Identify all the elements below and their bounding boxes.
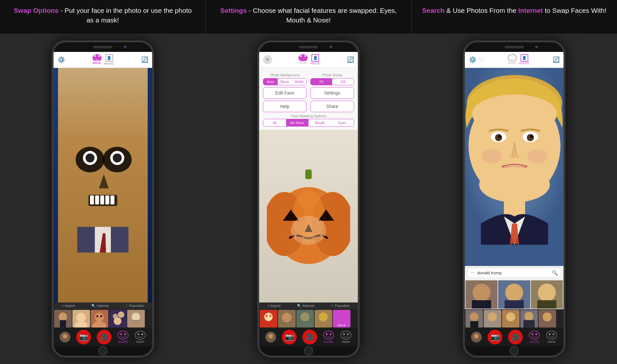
internet2-btn[interactable]: 🔍 Internet — [297, 304, 314, 308]
thumb-face-4[interactable] — [109, 310, 127, 327]
internet-btn[interactable]: 🔍 Internet — [91, 304, 109, 308]
phone3-main-image — [465, 68, 564, 266]
search-submit-icon[interactable]: 🔍 — [552, 270, 558, 276]
thumb3-3[interactable] — [502, 310, 520, 327]
video3-button[interactable]: 🎥 — [508, 330, 523, 344]
phone3-tabs: MASK 👤 PHOTO — [508, 54, 530, 65]
favorites-btn[interactable]: ♡ Favorites — [125, 304, 144, 308]
swap3-tab[interactable]: SWAP — [546, 330, 557, 343]
settings-gear-icon[interactable]: ⚙️ — [57, 56, 65, 63]
mouth-opt[interactable]: Mouth — [308, 119, 331, 126]
tab3-photo[interactable]: 👤 PHOTO — [519, 54, 530, 65]
faces-tab[interactable]: FACES — [117, 330, 129, 343]
thumb3-1[interactable] — [465, 310, 483, 327]
thumb2-4[interactable] — [315, 310, 332, 327]
thumb2-3[interactable] — [296, 310, 314, 327]
camera-rotate2-icon[interactable]: 🔄 — [347, 56, 354, 63]
tab-mask[interactable]: MASK — [93, 54, 102, 65]
all-opt[interactable]: All — [263, 119, 286, 126]
settings-btn[interactable]: Settings — [310, 87, 354, 99]
import2-btn[interactable]: + Import — [267, 304, 281, 308]
thumb2-1[interactable] — [260, 310, 277, 327]
fit-btn[interactable]: Fit — [311, 79, 332, 85]
back-arrow-icon[interactable]: ← — [470, 270, 475, 276]
camera2-button[interactable]: 📷 — [282, 330, 297, 344]
auto-btn[interactable]: Auto — [263, 79, 278, 85]
svg-point-66 — [268, 334, 273, 338]
phone1-tabs: MASK 👤 PHOTO — [93, 54, 114, 65]
svg-point-20 — [76, 313, 86, 322]
search-bar[interactable]: ← donald trump 🔍 — [467, 268, 561, 278]
phone3-thumbs — [465, 309, 564, 328]
black-btn[interactable]: Black — [278, 79, 292, 85]
result-2[interactable] — [498, 280, 530, 309]
thumb-face-1[interactable] — [54, 310, 72, 327]
camera-button[interactable]: 📷 — [76, 330, 91, 344]
thumb2-2[interactable] — [278, 310, 296, 327]
eyes-opt[interactable]: Eyes — [331, 119, 354, 126]
close-button[interactable]: ✕ — [263, 55, 272, 64]
result-3[interactable] — [531, 280, 563, 309]
camera-rotate3-icon[interactable]: 🔄 — [553, 56, 560, 63]
camera3-button[interactable]: 📷 — [488, 330, 502, 344]
section1-heading: Swap Options - Put your face in the phot… — [0, 0, 206, 34]
thumb-face-3[interactable] — [91, 310, 108, 327]
phone1-bottombar — [53, 346, 152, 356]
swap-tab[interactable]: SWAP — [135, 330, 146, 343]
tab2-mask[interactable]: MASK — [299, 54, 308, 65]
heart-icon[interactable]: ♡ — [479, 56, 484, 63]
svg-rect-9 — [95, 195, 99, 204]
photo-sizing-label: Photo Sizing — [310, 73, 354, 77]
faces2-tab[interactable]: FACES — [323, 330, 334, 343]
swap2-tab[interactable]: SWAP — [340, 330, 352, 343]
svg-point-119 — [553, 333, 555, 335]
thumb-face-2[interactable] — [72, 310, 90, 327]
svg-point-25 — [100, 315, 102, 317]
svg-point-35 — [63, 334, 67, 338]
settings3-gear-icon[interactable]: ⚙️ — [469, 56, 477, 63]
faces3-tab[interactable]: FACES — [529, 330, 540, 343]
no-nose-opt[interactable]: No Nose — [286, 119, 309, 126]
thumb3-2[interactable] — [484, 310, 501, 327]
import-btn[interactable]: + Import — [62, 304, 75, 308]
svg-point-67 — [324, 331, 334, 339]
trump-face-svg — [465, 68, 564, 266]
phone1-main-image — [53, 68, 152, 302]
video2-button[interactable]: 🎥 — [302, 330, 317, 344]
swap3-label: SWAP — [547, 340, 556, 343]
white-btn[interactable]: White — [292, 79, 306, 85]
masking-label: Face Masking Options — [263, 114, 354, 118]
tab3-mask[interactable]: MASK — [508, 54, 517, 65]
tab2-photo-label: PHOTO — [310, 62, 320, 65]
tab2-photo[interactable]: 👤 PHOTO — [310, 54, 320, 65]
section2-title: Settings — [220, 7, 247, 14]
phone1-home[interactable] — [98, 346, 107, 355]
section3-internet: Internet — [518, 7, 543, 14]
photo-bg-label: Photo Background — [263, 73, 307, 77]
tab-photo[interactable]: 👤 PHOTO — [104, 54, 114, 65]
video2-icon: 🎥 — [306, 333, 314, 341]
favorites2-btn[interactable]: ♡ Favorites — [331, 304, 350, 308]
faces3-label: FACES — [530, 340, 539, 343]
thumb3-5[interactable] — [539, 310, 556, 327]
thumb3-4[interactable] — [520, 310, 538, 327]
phone3-home[interactable] — [510, 346, 519, 355]
phone2-home[interactable] — [304, 346, 313, 355]
svg-point-95 — [505, 284, 523, 302]
share-btn[interactable]: Share — [310, 101, 354, 112]
edit-face-btn[interactable]: Edit Face — [263, 87, 307, 99]
thumb-face-5[interactable] — [127, 310, 145, 327]
fill-btn[interactable]: Fill — [332, 79, 354, 85]
svg-rect-102 — [470, 321, 478, 327]
section1-title: Swap Options — [14, 7, 59, 14]
camera-icon: 📷 — [79, 333, 88, 341]
help-btn[interactable]: Help — [263, 101, 307, 112]
svg-point-92 — [473, 284, 490, 302]
video-button[interactable]: 🎥 — [97, 330, 111, 344]
svg-point-32 — [132, 313, 140, 321]
thumb2-pumpkin[interactable]: BIG E — [333, 310, 350, 327]
camera-rotate-icon[interactable]: 🔄 — [141, 56, 148, 63]
svg-point-101 — [470, 312, 479, 321]
svg-point-60 — [282, 313, 292, 322]
result-1[interactable] — [465, 280, 498, 309]
